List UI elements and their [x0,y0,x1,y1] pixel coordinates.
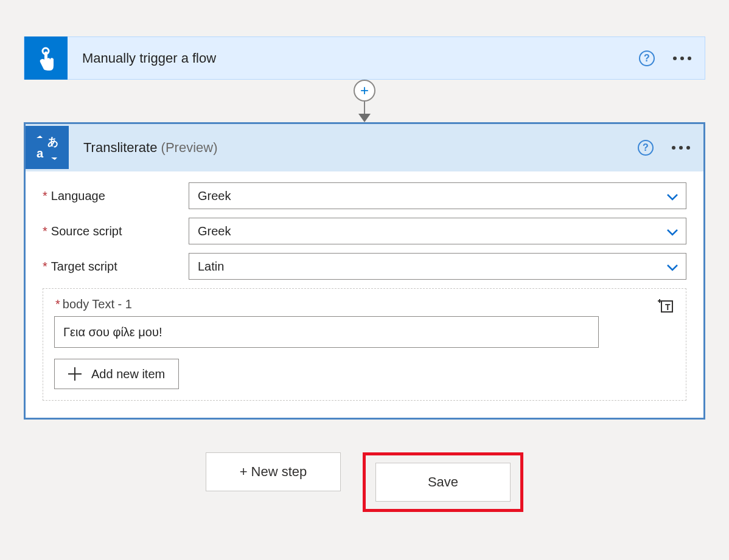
help-icon[interactable]: ? [638,140,654,156]
target-script-label: *Target script [43,260,189,274]
chevron-down-icon [666,226,677,237]
insert-step-button[interactable]: + [354,80,375,102]
more-menu-icon[interactable] [672,146,690,150]
save-button[interactable]: Save [375,463,511,502]
save-highlight: Save [363,452,523,512]
manual-trigger-icon [24,36,68,80]
chevron-down-icon [666,190,677,201]
help-icon[interactable]: ? [639,50,655,66]
source-script-select[interactable]: Greek [189,218,686,244]
transliterate-card: あ a Transliterate (Preview) ? *Language … [24,122,705,420]
language-label: *Language [43,189,189,203]
svg-text:あ: あ [47,136,58,148]
trigger-title: Manually trigger a flow [82,50,639,66]
more-menu-icon[interactable] [673,57,691,60]
bottom-bar: + New step Save [24,452,705,512]
new-step-button[interactable]: + New step [206,452,341,491]
action-title: Transliterate (Preview) [83,140,638,156]
source-script-label: *Source script [43,224,189,238]
translator-icon: あ a [26,126,69,169]
trigger-card[interactable]: Manually trigger a flow ? [24,36,705,80]
chevron-down-icon [666,261,677,272]
language-select[interactable]: Greek [189,182,686,209]
connector: + [24,80,705,122]
body-text-panel: T *body Text - 1 Add new item [43,288,686,401]
arrow-down-icon [358,114,371,122]
add-new-item-button[interactable]: Add new item [54,359,179,389]
text-mode-icon[interactable]: T [658,297,675,314]
svg-text:T: T [665,302,671,312]
body-text-input[interactable] [54,316,599,348]
body-text-label: *body Text - 1 [54,297,675,311]
transliterate-header[interactable]: あ a Transliterate (Preview) ? [26,124,703,171]
svg-text:a: a [37,147,44,160]
target-script-select[interactable]: Latin [189,253,686,280]
plus-icon [68,367,82,381]
